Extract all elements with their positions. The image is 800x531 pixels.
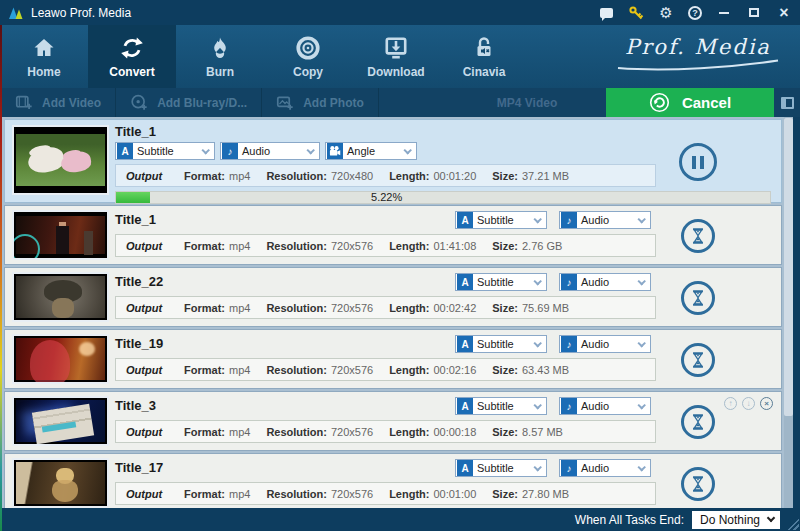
audio-dropdown[interactable]: ♪ Audio xyxy=(559,397,651,415)
add-video-button[interactable]: Add Video xyxy=(0,88,116,117)
length-value: 00:01:00 xyxy=(433,488,476,500)
stream-dropdowns: A Subtitle ♪ Audio xyxy=(455,273,651,291)
resolution-label: Resolution: xyxy=(266,364,327,376)
size-value: 2.76 GB xyxy=(522,240,562,252)
minimize-icon[interactable] xyxy=(716,5,732,21)
nav-tab-download[interactable]: Download xyxy=(352,25,440,88)
panel-toggle-icon[interactable] xyxy=(774,88,800,117)
waiting-button[interactable] xyxy=(681,343,715,377)
nav-tab-burn[interactable]: Burn xyxy=(176,25,264,88)
subtitle-value: Subtitle xyxy=(137,145,174,157)
app-window: Leawo Prof. Media ⚙ ? × Home Convert xyxy=(0,0,800,531)
maximize-icon[interactable] xyxy=(746,5,762,21)
subtitle-icon: A xyxy=(457,274,473,290)
waiting-button[interactable] xyxy=(681,219,715,253)
pause-button[interactable] xyxy=(679,143,717,181)
output-label: Output xyxy=(126,488,162,500)
titlebar-controls: ⚙ ? × xyxy=(598,5,792,21)
size-value: 27.80 MB xyxy=(522,488,569,500)
audio-dropdown[interactable]: ♪ Audio xyxy=(559,211,651,229)
format-label: Format: xyxy=(184,240,225,252)
move-up-icon[interactable]: ↑ xyxy=(724,397,737,410)
audio-value: Audio xyxy=(242,145,270,157)
output-label: Output xyxy=(126,426,162,438)
audio-value: Audio xyxy=(581,400,609,412)
move-down-icon[interactable]: ↓ xyxy=(742,397,755,410)
resize-grip[interactable] xyxy=(786,517,799,530)
download-icon xyxy=(382,35,410,61)
audio-dropdown[interactable]: ♪ Audio xyxy=(220,142,320,160)
scrollbar-thumb[interactable] xyxy=(784,118,793,416)
waiting-button[interactable] xyxy=(681,405,715,439)
tasks-end-dropdown[interactable]: Do Nothing xyxy=(692,511,780,529)
audio-dropdown[interactable]: ♪ Audio xyxy=(559,335,651,353)
resolution-label: Resolution: xyxy=(266,302,327,314)
subtitle-value: Subtitle xyxy=(477,400,514,412)
task-row[interactable]: Title_1 A Subtitle ♪ Audio Output Format… xyxy=(4,205,782,265)
task-row-hovered[interactable]: Title_3 A Subtitle ♪ Audio ↑ ↓ × Ou xyxy=(4,391,782,451)
subtitle-dropdown[interactable]: A Subtitle xyxy=(455,211,547,229)
format-label: Format: xyxy=(184,364,225,376)
remove-task-icon[interactable]: × xyxy=(760,397,773,410)
desktop-edge-strip xyxy=(0,25,2,531)
waiting-button[interactable] xyxy=(681,467,715,501)
resolution-label: Resolution: xyxy=(266,240,327,252)
size-value: 63.43 MB xyxy=(522,364,569,376)
length-label: Length: xyxy=(389,364,429,376)
length-value: 01:41:08 xyxy=(433,240,476,252)
leawo-logo-icon xyxy=(8,5,24,21)
subtitle-dropdown[interactable]: A Subtitle xyxy=(455,397,547,415)
subtitle-value: Subtitle xyxy=(477,338,514,350)
add-photo-button[interactable]: Add Photo xyxy=(262,88,379,117)
stream-dropdowns: A Subtitle ♪ Audio xyxy=(455,459,651,477)
stream-dropdowns: A Subtitle ♪ Audio xyxy=(455,397,651,415)
size-value: 75.69 MB xyxy=(522,302,569,314)
angle-dropdown[interactable]: Angle xyxy=(325,142,417,160)
task-row[interactable]: Title_22 A Subtitle ♪ Audio Output Forma… xyxy=(4,267,782,327)
add-bluray-button[interactable]: Add Blu-ray/D... xyxy=(116,88,262,117)
hourglass-icon xyxy=(689,475,707,493)
format-label: Format: xyxy=(184,426,225,438)
nav-label: Burn xyxy=(206,65,234,79)
subtitle-dropdown[interactable]: A Subtitle xyxy=(455,273,547,291)
subtitle-dropdown[interactable]: A Subtitle xyxy=(455,459,547,477)
stream-dropdowns: A Subtitle ♪ Audio Angle xyxy=(115,142,417,160)
disc-plus-icon xyxy=(130,94,148,111)
task-row[interactable]: Title_17 A Subtitle ♪ Audio Output Forma… xyxy=(4,453,782,508)
close-icon[interactable]: × xyxy=(776,5,792,21)
resolution-label: Resolution: xyxy=(266,170,327,182)
nav-tab-copy[interactable]: Copy xyxy=(264,25,352,88)
resolution-value: 720x480 xyxy=(331,170,373,182)
profile-label: MP4 Video xyxy=(497,96,557,110)
resolution-value: 720x576 xyxy=(331,364,373,376)
titlebar: Leawo Prof. Media ⚙ ? × xyxy=(0,0,800,25)
window-title: Leawo Prof. Media xyxy=(31,6,131,20)
task-row[interactable]: Title_19 A Subtitle ♪ Audio Output Forma… xyxy=(4,329,782,389)
audio-dropdown[interactable]: ♪ Audio xyxy=(559,459,651,477)
nav-tab-convert[interactable]: Convert xyxy=(88,25,176,88)
help-icon[interactable]: ? xyxy=(688,6,702,20)
hourglass-icon xyxy=(689,351,707,369)
stream-dropdowns: A Subtitle ♪ Audio xyxy=(455,335,651,353)
nav-tab-cinavia[interactable]: Cinavia xyxy=(440,25,528,88)
register-key-icon[interactable] xyxy=(628,5,644,21)
chevron-down-icon xyxy=(637,339,645,347)
task-title: Title_22 xyxy=(115,274,163,289)
message-icon[interactable] xyxy=(598,5,614,21)
length-value: 00:01:20 xyxy=(433,170,476,182)
audio-dropdown[interactable]: ♪ Audio xyxy=(559,273,651,291)
video-thumbnail xyxy=(12,334,109,384)
settings-gear-icon[interactable]: ⚙ xyxy=(658,5,674,21)
audio-value: Audio xyxy=(581,462,609,474)
task-list: Title_1 A Subtitle ♪ Audio Angle xyxy=(0,117,784,508)
cancel-button[interactable]: Cancel xyxy=(606,88,774,117)
audio-note-icon: ♪ xyxy=(561,212,577,228)
task-title: Title_1 xyxy=(115,124,156,139)
profile-mp4-button[interactable]: MP4 Video xyxy=(487,88,567,117)
subtitle-dropdown[interactable]: A Subtitle xyxy=(115,142,215,160)
subtitle-dropdown[interactable]: A Subtitle xyxy=(455,335,547,353)
nav-tab-home[interactable]: Home xyxy=(0,25,88,88)
waiting-button[interactable] xyxy=(681,281,715,315)
task-row-converting[interactable]: Title_1 A Subtitle ♪ Audio Angle xyxy=(4,119,782,203)
photo-plus-icon xyxy=(276,94,294,111)
